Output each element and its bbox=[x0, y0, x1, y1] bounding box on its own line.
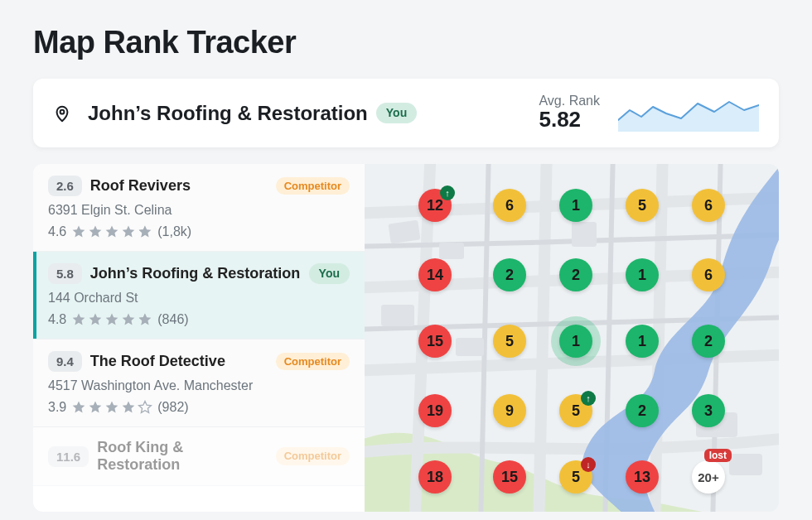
business-name: John’s Roofing & Restoration bbox=[88, 102, 368, 125]
rank-marker[interactable]: 14 bbox=[418, 258, 452, 291]
rank-chip: 11.6 bbox=[48, 446, 89, 467]
rank-marker[interactable]: 5 bbox=[493, 325, 526, 358]
business-name: Roof Revivers bbox=[90, 177, 268, 195]
star-icon bbox=[88, 400, 103, 415]
content-panel: 2.6Roof ReviversCompetitor6391 Elgin St.… bbox=[33, 164, 779, 512]
rank-marker[interactable]: 1 bbox=[626, 325, 659, 358]
star-icon bbox=[138, 312, 152, 327]
star-rating bbox=[71, 224, 152, 239]
rank-marker[interactable]: 2 bbox=[559, 258, 592, 291]
star-icon bbox=[121, 224, 136, 239]
star-icon bbox=[104, 224, 119, 239]
page-title: Map Rank Tracker bbox=[33, 25, 779, 60]
svg-rect-3 bbox=[439, 243, 464, 259]
star-icon bbox=[71, 224, 86, 239]
list-item[interactable]: 2.6Roof ReviversCompetitor6391 Elgin St.… bbox=[33, 164, 365, 252]
arrow-down-icon: ↓ bbox=[581, 457, 596, 472]
business-name: The Roof Detective bbox=[90, 353, 268, 370]
rank-marker[interactable]: 1 bbox=[559, 325, 592, 358]
rating-value: 4.8 bbox=[48, 312, 66, 327]
rank-marker[interactable]: 15 bbox=[418, 325, 452, 358]
star-icon bbox=[88, 224, 103, 239]
rank-marker[interactable]: 12↑ bbox=[418, 189, 452, 222]
svg-rect-6 bbox=[572, 222, 597, 247]
rank-marker[interactable]: 1 bbox=[559, 189, 592, 222]
rating-value: 4.6 bbox=[48, 224, 66, 239]
rank-chip: 5.8 bbox=[48, 263, 82, 284]
business-summary-card: John’s Roofing & Restoration You Avg. Ra… bbox=[33, 79, 779, 147]
star-icon bbox=[121, 400, 136, 415]
rank-marker[interactable]: 3 bbox=[692, 394, 725, 427]
you-badge: You bbox=[376, 103, 417, 123]
rank-chip: 9.4 bbox=[48, 351, 82, 372]
star-icon bbox=[121, 312, 136, 327]
lost-badge: lost bbox=[704, 449, 732, 462]
svg-rect-4 bbox=[381, 305, 414, 326]
rank-marker[interactable]: 2 bbox=[493, 258, 526, 291]
rank-marker[interactable]: 6 bbox=[493, 189, 526, 222]
list-item[interactable]: 5.8John’s Roofing & RestorationYou144 Or… bbox=[33, 252, 365, 339]
svg-rect-8 bbox=[729, 454, 762, 475]
rank-marker[interactable]: 6 bbox=[692, 258, 725, 291]
business-name: Roof King & Restoration bbox=[97, 439, 267, 474]
star-icon bbox=[71, 312, 86, 327]
rank-marker[interactable]: 2 bbox=[626, 394, 659, 427]
business-name: John’s Roofing & Restoration bbox=[90, 265, 301, 282]
address: 144 Orchard St bbox=[48, 291, 350, 306]
rank-marker[interactable]: 19 bbox=[418, 394, 452, 427]
sparkline-chart bbox=[618, 95, 759, 132]
competitor-badge: Competitor bbox=[276, 353, 350, 371]
rank-marker[interactable]: 5↑ bbox=[559, 394, 592, 427]
svg-rect-2 bbox=[389, 220, 421, 244]
arrow-up-icon: ↑ bbox=[440, 185, 455, 200]
competitor-badge: Competitor bbox=[276, 447, 350, 465]
rank-marker[interactable]: 13 bbox=[626, 460, 659, 494]
review-count: (1,8k) bbox=[157, 224, 191, 239]
address: 6391 Elgin St. Celina bbox=[48, 203, 350, 218]
rating-value: 3.9 bbox=[48, 400, 66, 415]
star-icon bbox=[138, 400, 152, 415]
rank-map[interactable]: 12↑61561422161551121995↑2318155↓1320+los… bbox=[365, 164, 779, 512]
competitor-badge: Competitor bbox=[276, 177, 350, 195]
svg-rect-5 bbox=[456, 338, 484, 356]
rank-marker[interactable]: 2 bbox=[692, 325, 725, 358]
review-count: (846) bbox=[157, 312, 188, 327]
list-item[interactable]: 9.4The Roof DetectiveCompetitor4517 Wash… bbox=[33, 339, 365, 427]
star-icon bbox=[104, 400, 119, 415]
star-rating bbox=[71, 312, 152, 327]
list-item[interactable]: 11.6Roof King & RestorationCompetitor bbox=[33, 427, 365, 486]
rank-marker[interactable]: 6 bbox=[692, 189, 725, 222]
pin-icon bbox=[53, 104, 71, 123]
competitor-list[interactable]: 2.6Roof ReviversCompetitor6391 Elgin St.… bbox=[33, 164, 365, 512]
svg-point-0 bbox=[60, 109, 65, 113]
star-icon bbox=[104, 312, 119, 327]
star-icon bbox=[138, 224, 152, 239]
rank-marker[interactable]: 9 bbox=[493, 394, 526, 427]
rank-marker[interactable]: 5 bbox=[626, 189, 659, 222]
you-badge: You bbox=[309, 263, 350, 284]
rank-marker[interactable]: 5↓ bbox=[559, 460, 592, 494]
star-icon bbox=[71, 400, 86, 415]
avg-rank-value: 5.82 bbox=[539, 107, 600, 132]
rank-chip: 2.6 bbox=[48, 176, 82, 196]
review-count: (982) bbox=[157, 400, 188, 415]
star-icon bbox=[88, 312, 103, 327]
star-rating bbox=[71, 400, 152, 415]
rank-marker[interactable]: 18 bbox=[418, 460, 452, 494]
arrow-up-icon: ↑ bbox=[581, 391, 596, 406]
rank-marker[interactable]: 15 bbox=[493, 460, 526, 494]
rank-marker[interactable]: 20+lost bbox=[692, 460, 725, 494]
address: 4517 Washington Ave. Manchester bbox=[48, 378, 350, 393]
rank-marker[interactable]: 1 bbox=[626, 258, 659, 291]
